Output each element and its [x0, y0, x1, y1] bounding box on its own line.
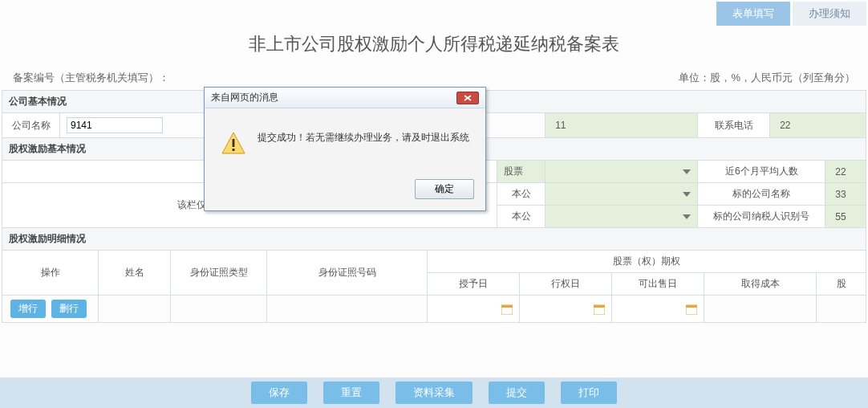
chevron-down-icon — [683, 192, 691, 197]
save-button[interactable]: 保存 — [251, 381, 307, 404]
cell-cost[interactable] — [704, 296, 817, 323]
col-op: 操作 — [2, 251, 99, 296]
delete-row-button[interactable]: 删行 — [51, 300, 87, 318]
reset-button[interactable]: 重置 — [323, 381, 379, 404]
svg-rect-3 — [594, 305, 605, 308]
calendar-icon — [594, 304, 605, 315]
chevron-down-icon — [683, 169, 691, 174]
avg-people-label: 近6个月平均人数 — [698, 161, 825, 183]
col-id-type: 身份证照类型 — [171, 251, 267, 296]
col-cost: 取得成本 — [704, 273, 817, 296]
bottom-bar: 保存 重置 资料采集 提交 打印 — [0, 377, 868, 408]
incentive-dropdown-3[interactable] — [546, 206, 698, 228]
chevron-down-icon — [683, 214, 691, 219]
unit-label: 单位：股，%，人民币元（列至角分） — [679, 71, 855, 85]
dialog-ok-button[interactable]: 确定 — [415, 179, 474, 199]
tab-instructions[interactable]: 办理须知 — [793, 2, 866, 26]
dialog-close-button[interactable] — [456, 92, 479, 104]
submit-button[interactable]: 提交 — [489, 381, 545, 404]
col-name: 姓名 — [99, 251, 171, 296]
company-name-input[interactable] — [67, 117, 163, 133]
message-dialog: 来自网页的消息 提交成功！若无需继续办理业务，请及时退出系统 确定 — [204, 87, 486, 211]
detail-table: 操作 姓名 身份证照类型 身份证照号码 股票（权）期权 授予日 行权日 可出售日… — [2, 250, 866, 323]
target-company-label: 标的公司名称 — [698, 183, 825, 206]
target-tax-id-label: 标的公司纳税人识别号 — [698, 206, 825, 228]
incentive-dropdown-1[interactable] — [546, 161, 698, 183]
close-icon — [463, 94, 473, 102]
incentive-dropdown-2[interactable] — [546, 183, 698, 206]
stock-cell: 股票 — [497, 161, 546, 183]
svg-rect-1 — [501, 305, 513, 308]
print-button[interactable]: 打印 — [561, 381, 617, 404]
target-tax-id-value[interactable]: 55 — [825, 206, 866, 228]
col-sale-date: 可出售日 — [612, 273, 704, 296]
col-stock: 股 — [817, 273, 866, 296]
target-company-value[interactable]: 33 — [825, 183, 866, 206]
col-grant-date: 授予日 — [428, 273, 520, 296]
cell-sale-date[interactable] — [612, 296, 704, 323]
company-name-label: 公司名称 — [2, 113, 60, 138]
cell-grant-date[interactable] — [428, 296, 520, 323]
this-company-b: 本公 — [497, 206, 546, 228]
cell-id-no[interactable] — [267, 296, 428, 323]
col-11-cell: 11 — [546, 113, 698, 138]
svg-rect-5 — [686, 305, 697, 308]
dialog-title: 来自网页的消息 — [211, 91, 278, 104]
dialog-message: 提交成功！若无需继续办理业务，请及时退出系统 — [258, 131, 469, 145]
col-group-stock: 股票（权）期权 — [428, 251, 866, 273]
filing-number-label: 备案编号（主管税务机关填写）： — [13, 71, 169, 85]
collect-button[interactable]: 资料采集 — [395, 381, 473, 404]
this-company-a: 本公 — [497, 183, 546, 206]
contact-label: 联系电话 — [698, 113, 770, 138]
svg-rect-9 — [233, 139, 235, 147]
svg-rect-10 — [233, 149, 235, 151]
cell-name[interactable] — [99, 296, 171, 323]
col-exercise-date: 行权日 — [520, 273, 612, 296]
table-row: 增行 删行 — [2, 296, 866, 323]
cell-stock[interactable] — [817, 296, 866, 323]
avg-people-value[interactable]: 22 — [825, 161, 866, 183]
contact-value[interactable]: 22 — [770, 113, 866, 138]
top-tabs: 表单填写 办理须知 — [716, 2, 866, 26]
col-id-no: 身份证照号码 — [267, 251, 428, 296]
add-row-button[interactable]: 增行 — [10, 300, 46, 318]
calendar-icon — [501, 304, 513, 315]
cell-exercise-date[interactable] — [520, 296, 612, 323]
cell-id-type[interactable] — [171, 296, 267, 323]
section-incentive-detail: 股权激励明细情况 — [2, 228, 866, 251]
warning-icon — [221, 131, 246, 157]
tab-form-fill[interactable]: 表单填写 — [716, 2, 790, 26]
dialog-titlebar: 来自网页的消息 — [205, 88, 485, 108]
calendar-icon — [686, 304, 697, 315]
